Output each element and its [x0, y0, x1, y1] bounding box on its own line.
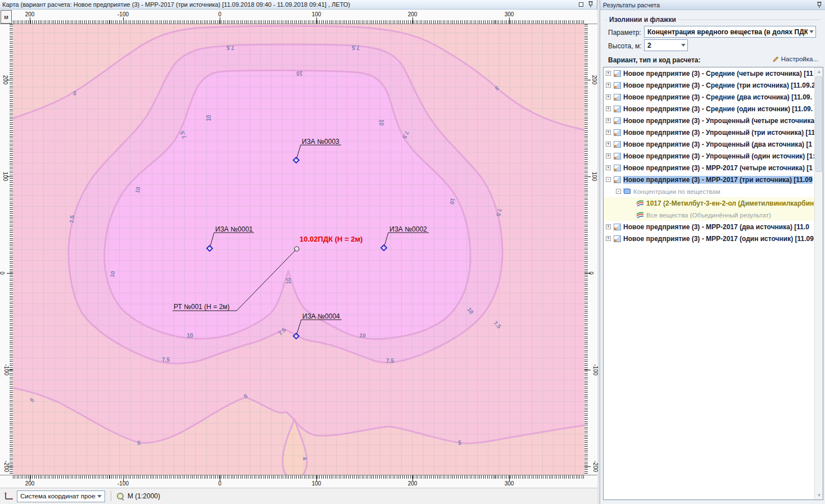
ruler-label: 100: [312, 11, 321, 17]
contour-value-label: 7.5: [352, 44, 360, 51]
coordinate-system-select[interactable]: Система координат проекта: [17, 491, 105, 502]
ruler-unit-label: м: [1, 10, 12, 24]
tree-expand-toggle[interactable]: +: [606, 153, 611, 158]
parameter-value: Концентрация вредного вещества (в долях …: [647, 28, 808, 36]
contour-value-label: 5: [137, 439, 141, 446]
contour-value-label: 7.5: [386, 358, 394, 364]
settings-link[interactable]: Настройка...: [772, 56, 818, 62]
source-label[interactable]: ИЗА №0003: [302, 138, 339, 146]
tree-item[interactable]: +Новое предприятие (3) - Упрощенный (чет…: [604, 115, 823, 126]
ruler-top: м 200-1000100200300: [0, 10, 597, 24]
pin-panel-icon[interactable]: [817, 2, 822, 8]
results-panel: Результаты расчета Изолинии и флажки Пар…: [600, 0, 825, 504]
wave-icon: [636, 211, 644, 219]
tree-item[interactable]: +Новое предприятие (3) - Средние (четыре…: [604, 67, 823, 79]
source-label[interactable]: ИЗА №0001: [215, 225, 253, 233]
tree-item-label: Новое предприятие (3) - Упрощенный (один…: [623, 152, 815, 160]
tree-item[interactable]: Все вещества (Объединённый результат): [604, 209, 823, 221]
statusbar-divider: [111, 491, 111, 501]
ruler-label: 300: [505, 11, 514, 17]
scrollbar-thumb[interactable]: [815, 76, 822, 172]
tree-item-label: Новое предприятие (3) - Упрощенный (два …: [623, 140, 812, 148]
tree-item-label: Все вещества (Объединённый результат): [646, 212, 771, 219]
map-scale-label: М (1:2000): [128, 492, 160, 500]
tree-item[interactable]: +Новое предприятие (3) - Средние (два ис…: [604, 91, 823, 103]
variant-icon: [614, 82, 621, 89]
map-canvas[interactable]: 57.57.510510107.57.510107.57.51010107.51…: [13, 24, 584, 475]
ruler-label: -100: [592, 364, 599, 375]
tree-item-label: Новое предприятие (3) - МРР-2017 (три ис…: [623, 176, 813, 184]
source-label[interactable]: ИЗА №0004: [302, 312, 340, 320]
wave-icon: [636, 199, 644, 207]
ruler-label: 200: [408, 11, 418, 17]
isolines-group-label: Изолинии и флажки: [607, 16, 678, 24]
tree-expand-toggle[interactable]: +: [606, 83, 611, 88]
ruler-label: 100: [591, 172, 597, 181]
tree-expand-toggle[interactable]: +: [606, 106, 611, 111]
scroll-down-arrow[interactable]: ▼: [815, 491, 823, 500]
pin-window-icon[interactable]: [587, 1, 595, 8]
variant-icon: [614, 176, 621, 183]
tree-item[interactable]: +Новое предприятие (3) - МРР-2017 (два и…: [604, 221, 823, 233]
application-window: Карта (вариант расчета: Новое предприяти…: [0, 0, 825, 504]
tree-item[interactable]: +Новое предприятие (3) - МРР-2017 (четыр…: [604, 162, 823, 174]
tree-scrollbar[interactable]: ▲ ▼: [814, 67, 823, 500]
map-titlebar[interactable]: Карта (вариант расчета: Новое предприяти…: [0, 0, 597, 10]
scroll-up-arrow[interactable]: ▲: [815, 67, 823, 76]
max-point-marker: [294, 247, 299, 251]
contour-value-label: 10: [296, 70, 302, 76]
ruler-label: -100: [117, 11, 129, 17]
ruler-label: -200: [592, 461, 599, 472]
tree-expand-toggle[interactable]: +: [606, 224, 611, 229]
receptor-label[interactable]: РТ №001 (Н = 2м): [174, 303, 230, 311]
map-window: Карта (вариант расчета: Новое предприяти…: [0, 0, 597, 504]
tree-item[interactable]: +Новое предприятие (3) - Средние (три ис…: [604, 79, 823, 91]
source-label[interactable]: ИЗА №0002: [389, 225, 427, 233]
variant-icon: [614, 153, 621, 160]
tree-item-label: Концентрации по веществам: [633, 188, 720, 195]
tree-item-label: Новое предприятие (3) - Упрощенный (три …: [623, 129, 815, 137]
variant-icon: [614, 94, 621, 101]
tree-item-label: Новое предприятие (3) - МРР-2017 (два ис…: [623, 223, 809, 231]
folder-icon: [624, 189, 631, 194]
float-window-button[interactable]: [577, 1, 585, 8]
contour-value-label: 10: [378, 119, 384, 125]
tree-expand-toggle[interactable]: +: [606, 94, 611, 99]
tree-expand-toggle[interactable]: +: [606, 130, 611, 135]
contour-value-label: 10: [285, 278, 292, 284]
tree-expand-toggle[interactable]: +: [606, 118, 611, 123]
tree-item-label: Новое предприятие (3) - МРР-2017 (один и…: [623, 235, 814, 243]
isoline-map: [13, 24, 584, 475]
tree-item[interactable]: +Новое предприятие (3) - Упрощенный (оди…: [604, 150, 823, 162]
tree-expand-toggle[interactable]: +: [606, 165, 611, 170]
tree-item[interactable]: +Новое предприятие (3) - Упрощенный (три…: [604, 126, 823, 138]
parameter-select[interactable]: Концентрация вредного вещества (в долях …: [644, 26, 816, 38]
results-panel-header[interactable]: Результаты расчета: [600, 0, 825, 10]
max-value-label[interactable]: 10.02ПДК (Н = 2м): [300, 235, 362, 243]
coordinate-system-value: Система координат проекта: [20, 493, 96, 500]
tree-item[interactable]: +Новое предприятие (3) - Упрощенный (два…: [604, 138, 823, 150]
tree-expand-toggle[interactable]: -: [616, 189, 621, 194]
height-select[interactable]: 2: [644, 39, 688, 51]
ruler-bottom: 200-1000100200300: [0, 475, 597, 488]
tree-item[interactable]: -Концентрации по веществам: [604, 185, 823, 197]
tree-expand-toggle[interactable]: +: [606, 236, 611, 241]
tree-expand-toggle[interactable]: +: [606, 71, 611, 76]
map-statusbar: Система координат проекта М (1:2000): [0, 488, 597, 504]
contour-value-label: 10: [134, 187, 142, 194]
tree-item[interactable]: -Новое предприятие (3) - МРР-2017 (три и…: [604, 174, 823, 185]
variant-icon: [614, 117, 621, 124]
ruler-label: 200: [25, 11, 35, 17]
tree-expand-toggle[interactable]: +: [606, 142, 611, 147]
tree-item-label: Новое предприятие (3) - Упрощенный (четы…: [623, 117, 814, 125]
tree-item[interactable]: 1017 (2-Метилбут-3-ен-2-ол (Диметилвинил…: [604, 197, 823, 209]
chevron-down-icon: [97, 495, 102, 498]
height-label: Высота, м:: [608, 42, 641, 50]
results-panel-title: Результаты расчета: [603, 2, 817, 8]
tree-item[interactable]: +Новое предприятие (3) - МРР-2017 (один …: [604, 233, 823, 244]
tree-item[interactable]: +Новое предприятие (3) - Средние (один и…: [604, 103, 823, 115]
tree-expand-toggle[interactable]: -: [606, 177, 611, 182]
settings-link-label: Настройка...: [781, 56, 818, 62]
height-value: 2: [647, 42, 679, 49]
contour-value-label: 10: [449, 198, 456, 205]
